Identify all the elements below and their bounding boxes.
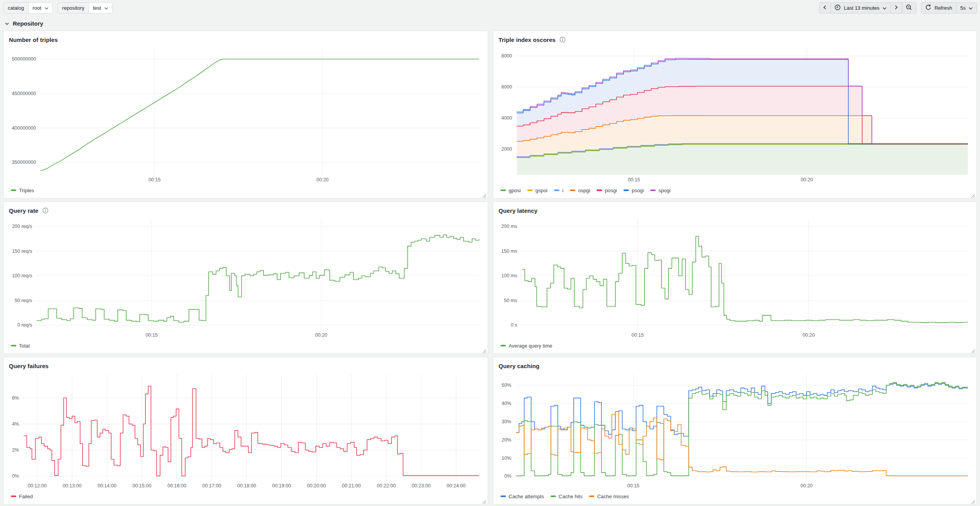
svg-text:450000000: 450000000 xyxy=(12,91,36,96)
query-latency-chart[interactable]: 0 s50 ms100 ms150 ms200 ms00:1500:20 xyxy=(499,215,971,339)
chart-canvas[interactable]: 35000000040000000045000000050000000000:1… xyxy=(9,44,482,184)
repository-section-header[interactable]: Repository xyxy=(5,18,980,28)
zoom-out-button[interactable] xyxy=(902,3,916,13)
legend-item[interactable]: spogi xyxy=(650,188,670,193)
catalog-value: root xyxy=(33,5,41,11)
svg-text:6000: 6000 xyxy=(501,84,512,90)
svg-text:20%: 20% xyxy=(502,437,511,443)
legend-swatch xyxy=(597,190,602,191)
legend-item[interactable]: Total xyxy=(11,343,29,349)
svg-text:6%: 6% xyxy=(12,395,19,401)
svg-text:00:15: 00:15 xyxy=(145,332,158,338)
chart-legend: Cache attemptsCache hitsCache misses xyxy=(499,490,971,503)
panel-resize-handle[interactable] xyxy=(482,193,487,197)
svg-text:00:24:00: 00:24:00 xyxy=(447,483,466,489)
refresh-button[interactable]: Refresh xyxy=(921,3,956,13)
panel-triple-index-oscores: Triple index oscores 200040006000800000:… xyxy=(493,31,977,198)
legend-swatch xyxy=(554,190,559,191)
catalog-label: catalog xyxy=(3,3,29,13)
repository-select[interactable]: test xyxy=(89,3,112,13)
legend-item[interactable]: ospgi xyxy=(570,188,590,193)
axis-labels: 0 s50 ms100 ms150 ms200 ms00:1500:20 xyxy=(501,224,815,338)
panel-resize-handle[interactable] xyxy=(971,499,976,503)
legend-swatch xyxy=(570,190,575,191)
series-lines xyxy=(516,383,968,476)
info-icon[interactable] xyxy=(559,37,566,43)
chevron-right-icon xyxy=(895,5,898,11)
time-controls-group: Last 13 minutes xyxy=(819,2,916,14)
svg-text:00:18:00: 00:18:00 xyxy=(237,483,256,489)
panel-resize-handle[interactable] xyxy=(482,499,487,503)
query-rate-chart[interactable]: 0 req/s50 req/s100 req/s150 req/s200 req… xyxy=(9,215,482,339)
legend-label: Triples xyxy=(19,188,34,193)
svg-text:00:17:00: 00:17:00 xyxy=(202,483,221,489)
chart-canvas[interactable]: 0%2%4%6%00:12:0000:13:0000:14:0000:15:00… xyxy=(9,370,482,490)
chart-canvas[interactable]: 0 s50 ms100 ms150 ms200 ms00:1500:20 xyxy=(499,215,971,339)
series-lines xyxy=(37,235,479,322)
svg-text:50 req/s: 50 req/s xyxy=(15,298,32,303)
info-icon[interactable] xyxy=(42,207,48,214)
svg-text:0%: 0% xyxy=(504,473,511,479)
panel-title: Triple index oscores xyxy=(499,37,556,43)
legend-swatch xyxy=(551,496,556,497)
svg-text:00:12:00: 00:12:00 xyxy=(28,483,47,489)
svg-text:00:23:00: 00:23:00 xyxy=(412,483,431,489)
time-back-button[interactable] xyxy=(819,3,830,13)
svg-text:150 ms: 150 ms xyxy=(501,249,517,254)
legend-item[interactable]: Average query time xyxy=(500,343,552,349)
legend-item[interactable]: Cache misses xyxy=(589,494,629,499)
panel-resize-handle[interactable] xyxy=(971,193,976,197)
number-of-triples-chart[interactable]: 35000000040000000045000000050000000000:1… xyxy=(9,44,482,184)
legend-item[interactable]: i xyxy=(554,188,563,193)
svg-text:150 req/s: 150 req/s xyxy=(12,249,32,254)
legend-swatch xyxy=(500,345,506,346)
legend-item[interactable]: Triples xyxy=(11,188,34,193)
legend-item[interactable]: Cache hits xyxy=(551,494,582,499)
panel-title: Query latency xyxy=(499,207,538,214)
series-lines xyxy=(41,59,479,170)
svg-text:2000: 2000 xyxy=(501,146,512,152)
top-toolbar: catalog root repository test Last 13 min… xyxy=(0,0,980,15)
legend-label: Average query time xyxy=(509,343,552,349)
legend-label: posgi xyxy=(605,188,617,193)
legend-item[interactable]: psogi xyxy=(623,188,644,193)
gridlines xyxy=(521,219,968,330)
svg-text:2%: 2% xyxy=(12,447,19,453)
chevron-down-icon xyxy=(969,5,973,11)
legend-item[interactable]: gposi xyxy=(500,188,521,193)
svg-text:00:20:00: 00:20:00 xyxy=(307,483,326,489)
legend-label: gposi xyxy=(509,188,521,193)
legend-swatch xyxy=(500,190,506,191)
legend-swatch xyxy=(589,496,594,497)
panel-resize-handle[interactable] xyxy=(482,348,487,353)
legend-swatch xyxy=(11,190,16,191)
panel-query-failures: Query failures 0%2%4%6%00:12:0000:13:000… xyxy=(3,357,488,504)
refresh-interval-select[interactable]: 5s xyxy=(956,3,977,13)
time-forward-button[interactable] xyxy=(890,3,902,13)
query-caching-chart[interactable]: 0%10%20%30%40%50%00:1500:20 xyxy=(499,370,971,490)
svg-text:0 req/s: 0 req/s xyxy=(17,322,32,328)
svg-text:00:20: 00:20 xyxy=(801,177,813,183)
chart-canvas[interactable]: 200040006000800000:1500:20 xyxy=(499,44,971,184)
svg-text:200 req/s: 200 req/s xyxy=(12,224,32,229)
chart-canvas[interactable]: 0%10%20%30%40%50%00:1500:20 xyxy=(499,370,971,490)
svg-text:4%: 4% xyxy=(12,421,19,427)
svg-text:00:14:00: 00:14:00 xyxy=(97,483,116,489)
chart-canvas[interactable]: 0 req/s50 req/s100 req/s150 req/s200 req… xyxy=(9,215,482,339)
legend-item[interactable]: Failed xyxy=(11,494,33,499)
triple-index-oscores-chart[interactable]: 200040006000800000:1500:20 xyxy=(499,44,971,184)
panel-query-caching: Query caching 0%10%20%30%40%50%00:1500:2… xyxy=(493,357,977,504)
legend-swatch xyxy=(500,496,506,497)
svg-text:400000000: 400000000 xyxy=(12,125,36,131)
svg-text:0 s: 0 s xyxy=(511,322,517,328)
legend-item[interactable]: posgi xyxy=(597,188,617,193)
time-range-picker[interactable]: Last 13 minutes xyxy=(830,3,890,13)
panel-resize-handle[interactable] xyxy=(971,348,976,353)
legend-item[interactable]: gspoi xyxy=(527,188,547,193)
svg-text:00:15: 00:15 xyxy=(632,332,644,338)
legend-label: gspoi xyxy=(535,188,547,193)
query-failures-chart[interactable]: 0%2%4%6%00:12:0000:13:0000:14:0000:15:00… xyxy=(9,370,482,490)
chart-legend: Total xyxy=(9,339,482,352)
legend-item[interactable]: Cache attempts xyxy=(500,494,544,499)
catalog-select[interactable]: root xyxy=(29,3,52,13)
